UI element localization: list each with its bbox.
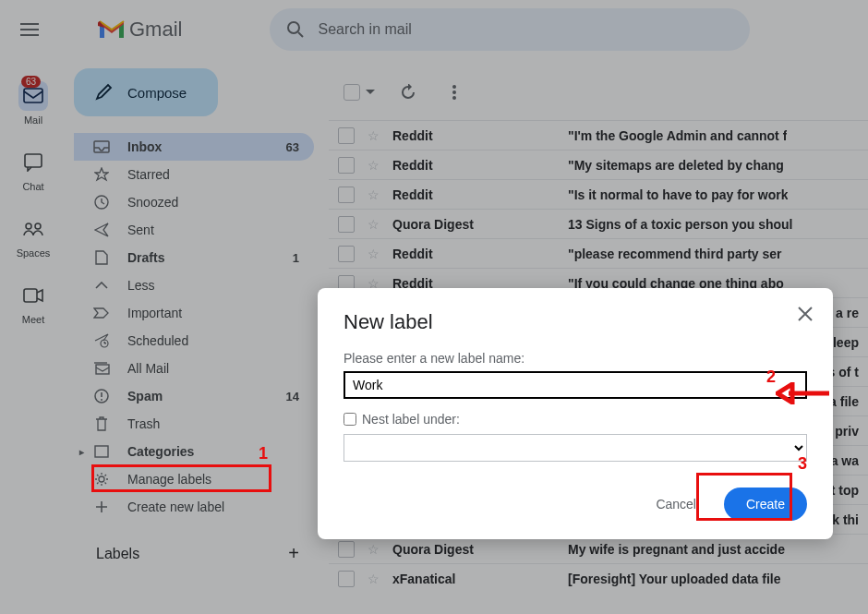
mail-row[interactable]: ☆Reddit"My sitemaps are deleted by chang — [329, 150, 868, 179]
nest-parent-select[interactable] — [344, 434, 807, 462]
folder-count: 14 — [286, 390, 299, 403]
sidebar-item-categories[interactable]: ▸Categories — [74, 438, 314, 465]
mail-subject: "I'm the Google Admin and cannot f — [568, 128, 787, 143]
svg-point-13 — [99, 476, 104, 482]
mail-sender: Quora Digest — [392, 542, 568, 557]
refresh-icon — [400, 84, 416, 101]
row-checkbox[interactable] — [338, 157, 355, 174]
mail-sender: Reddit — [392, 187, 568, 202]
dialog-title: New label — [344, 310, 807, 334]
add-label-icon[interactable]: + — [288, 543, 299, 564]
compose-button[interactable]: Compose — [74, 68, 218, 116]
annotation-arrow-2 — [776, 382, 831, 404]
rail-mail[interactable]: 63 Mail — [18, 81, 48, 126]
folder-label: Snoozed — [127, 195, 299, 210]
more-button[interactable] — [436, 74, 473, 111]
row-checkbox[interactable] — [338, 187, 355, 203]
create-button[interactable]: Create — [724, 488, 807, 521]
label-name-caption: Please enter a new label name: — [344, 351, 807, 366]
svg-rect-1 — [24, 89, 42, 102]
mail-row[interactable]: ☆Reddit"I'm the Google Admin and cannot … — [329, 120, 868, 150]
svg-point-3 — [26, 223, 31, 229]
spam-icon — [92, 389, 111, 403]
refresh-button[interactable] — [390, 74, 427, 111]
sidebar-item-scheduled[interactable]: Scheduled — [74, 327, 314, 355]
rail-spaces[interactable]: Spaces — [17, 214, 51, 259]
sidebar-item-sent[interactable]: Sent — [74, 216, 314, 244]
hamburger-icon — [20, 23, 39, 36]
select-all[interactable] — [338, 78, 380, 106]
star-icon[interactable]: ☆ — [368, 542, 380, 557]
mail-toolbar — [329, 68, 868, 116]
sidebar-item-important[interactable]: Important — [74, 299, 314, 327]
dialog-close-button[interactable] — [798, 307, 813, 321]
svg-rect-12 — [95, 446, 108, 457]
caret-down-icon — [366, 90, 375, 95]
svg-rect-9 — [96, 365, 109, 374]
sidebar-item-inbox[interactable]: Inbox63 — [74, 133, 314, 161]
nest-caption: Nest label under: — [362, 412, 460, 427]
annotation-number-1: 1 — [259, 444, 268, 464]
rail-meet[interactable]: Meet — [18, 281, 48, 325]
row-checkbox[interactable] — [338, 541, 355, 558]
star-icon[interactable]: ☆ — [368, 128, 380, 143]
mail-sender: Reddit — [392, 247, 568, 261]
sidebar-item-starred[interactable]: Starred — [74, 161, 314, 188]
star-icon[interactable]: ☆ — [368, 572, 380, 586]
sidebar-item-less[interactable]: Less — [74, 271, 314, 299]
mail-subject: a file — [829, 394, 859, 409]
mail-subject: "My sitemaps are deleted by chang — [568, 158, 784, 173]
file-icon — [92, 250, 111, 265]
sidebar-item-create-new-label[interactable]: Create new label — [74, 493, 314, 521]
folder-label: Drafts — [127, 250, 293, 265]
mail-row[interactable]: ☆Quora Digest13 Signs of a toxic person … — [329, 209, 868, 238]
app-header: Gmail Search in mail — [0, 0, 868, 59]
row-checkbox[interactable] — [338, 216, 355, 233]
allmail-icon — [92, 362, 111, 375]
cancel-button[interactable]: Cancel — [645, 489, 707, 519]
nest-checkbox[interactable] — [344, 413, 356, 426]
app-rail: 63 Mail Chat Spaces Meet — [0, 59, 66, 336]
row-checkbox[interactable] — [338, 246, 355, 262]
send-icon — [92, 223, 111, 237]
folder-label: Manage labels — [127, 472, 299, 487]
folder-label: Sent — [127, 223, 299, 237]
star-icon[interactable]: ☆ — [368, 247, 380, 261]
sidebar-item-snoozed[interactable]: Snoozed — [74, 188, 314, 216]
svg-rect-5 — [24, 289, 37, 302]
chevron-up-icon — [92, 282, 111, 289]
gmail-text: Gmail — [129, 18, 182, 42]
new-label-dialog: New label Please enter a new label name:… — [318, 288, 833, 539]
row-checkbox[interactable] — [338, 127, 355, 144]
row-checkbox[interactable] — [338, 571, 355, 587]
sidebar-item-all-mail[interactable]: All Mail — [74, 355, 314, 382]
expand-icon: ▸ — [79, 447, 89, 457]
more-vert-icon — [452, 85, 456, 100]
star-icon[interactable]: ☆ — [368, 187, 380, 202]
sidebar-item-manage-labels[interactable]: Manage labels — [74, 465, 314, 493]
rail-chat[interactable]: Chat — [18, 148, 48, 192]
mail-subject: 13 Signs of a toxic person you shoul — [568, 217, 793, 232]
svg-rect-2 — [25, 154, 42, 167]
mail-icon — [23, 88, 43, 104]
star-icon[interactable]: ☆ — [368, 217, 380, 232]
star-icon[interactable]: ☆ — [368, 158, 380, 173]
mail-row[interactable]: ☆Reddit"Is it normal to have to pay for … — [329, 179, 868, 209]
sidebar-item-spam[interactable]: Spam14 — [74, 382, 314, 410]
mail-badge: 63 — [21, 76, 41, 88]
main-menu-button[interactable] — [7, 7, 52, 52]
close-icon — [798, 307, 813, 321]
mail-subject: "Is it normal to have to pay for work — [568, 187, 788, 202]
search-bar[interactable]: Search in mail — [270, 8, 750, 51]
gmail-logo[interactable]: Gmail — [98, 18, 182, 42]
svg-point-15 — [452, 90, 456, 94]
mail-row[interactable]: ☆xFanatical[Foresight] Your uploaded dat… — [329, 563, 868, 593]
mail-subject: [Foresight] Your uploaded data file — [568, 572, 781, 586]
label-name-input[interactable] — [344, 371, 807, 399]
select-checkbox-icon — [344, 84, 360, 101]
sidebar-item-trash[interactable]: Trash — [74, 410, 314, 438]
mail-row[interactable]: ☆Reddit"please recommend third party ser — [329, 238, 868, 268]
mail-sender: Reddit — [392, 158, 568, 173]
important-icon — [92, 307, 111, 319]
sidebar-item-drafts[interactable]: Drafts1 — [74, 244, 314, 271]
